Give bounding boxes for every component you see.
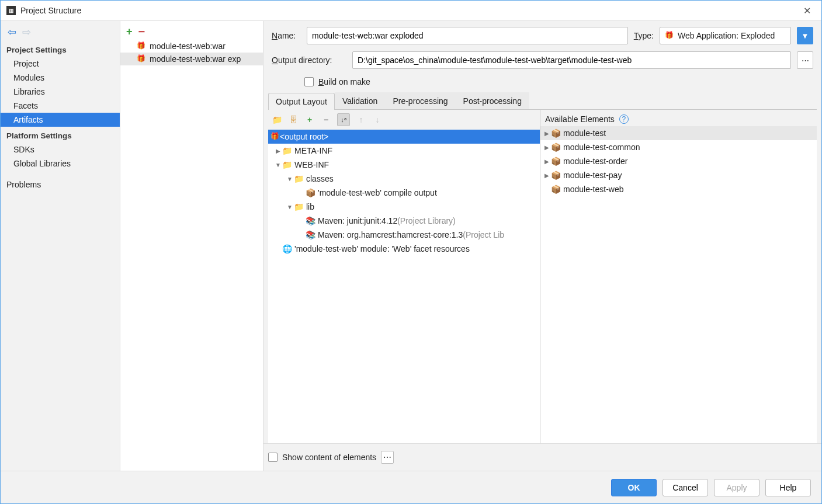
left-nav: ⇦ ⇨ Project Settings Project Modules Lib…: [1, 21, 120, 471]
available-item[interactable]: ▶ 📦 module-test-order: [540, 154, 817, 168]
name-row: Name: Type: Web Application: Exploded ▼: [263, 21, 821, 47]
close-icon[interactable]: ✕: [798, 5, 816, 16]
artifact-type-icon: [665, 31, 674, 40]
nav-item-artifacts[interactable]: Artifacts: [1, 113, 120, 127]
new-folder-icon[interactable]: 📁: [272, 114, 282, 125]
type-select[interactable]: Web Application: Exploded: [660, 27, 791, 44]
tree-row-library[interactable]: 📚 Maven: junit:junit:4.12 (Project Libra…: [268, 214, 540, 228]
nav-item-libraries[interactable]: Libraries: [1, 85, 120, 99]
tree-label-suffix: (Project Lib: [463, 230, 504, 239]
folder-icon: 📁: [282, 146, 292, 155]
available-elements-header: Available Elements ?: [540, 110, 817, 126]
type-dropdown-icon[interactable]: ▼: [797, 27, 813, 44]
artifact-icon: [137, 41, 146, 51]
artifact-icon: [270, 132, 280, 141]
folder-icon: 📁: [294, 202, 304, 211]
expand-icon[interactable]: ▶: [274, 148, 282, 154]
expand-icon[interactable]: ▶: [543, 158, 551, 165]
available-item-label: module-test-web: [563, 185, 624, 194]
collapse-icon[interactable]: ▼: [286, 176, 294, 182]
tree-row-compile-output[interactable]: 📦 'module-test-web' compile output: [268, 186, 540, 200]
titlebar: ⊞ Project Structure ✕: [1, 1, 821, 21]
remove-icon[interactable]: −: [321, 114, 331, 125]
collapse-icon[interactable]: ▼: [274, 162, 282, 168]
build-on-make-label: Build on make: [318, 77, 370, 86]
cancel-button[interactable]: Cancel: [663, 479, 708, 496]
module-icon: 📦: [551, 157, 561, 166]
tree-row-web-inf[interactable]: ▼ 📁 WEB-INF: [268, 158, 540, 172]
available-item[interactable]: ▶ 📦 module-test-common: [540, 140, 817, 154]
output-dir-input[interactable]: [352, 51, 791, 69]
move-up-icon[interactable]: ↑: [356, 114, 366, 125]
tree-row-library[interactable]: 📚 Maven: org.hamcrest:hamcrest-core:1.3 …: [268, 228, 540, 242]
sort-icon[interactable]: ↓ᵃ: [337, 113, 350, 126]
show-content-checkbox[interactable]: [268, 453, 278, 462]
available-item[interactable]: ▶ 📦 module-test-pay: [540, 168, 817, 182]
artifact-label: module-test-web:war exp: [150, 54, 241, 64]
help-button[interactable]: Help: [765, 479, 811, 496]
nav-item-project[interactable]: Project: [1, 57, 120, 71]
available-elements-panel: Available Elements ? ▶ 📦 module-test ▶ 📦…: [540, 110, 817, 443]
apply-button[interactable]: Apply: [714, 479, 759, 496]
app-icon: ⊞: [6, 6, 16, 15]
expand-icon[interactable]: ▶: [543, 144, 551, 151]
tree-label: Maven: junit:junit:4.12: [318, 216, 397, 225]
collapse-icon[interactable]: ▼: [286, 204, 294, 210]
tree-row-lib[interactable]: ▼ 📁 lib: [268, 200, 540, 214]
nav-item-sdks[interactable]: SDKs: [1, 142, 120, 157]
tab-output-layout[interactable]: Output Layout: [268, 93, 335, 110]
available-item[interactable]: ▶ 📦 module-test-web: [540, 182, 817, 196]
nav-item-global-libraries[interactable]: Global Libraries: [1, 157, 120, 171]
tab-validation[interactable]: Validation: [335, 92, 385, 109]
artifact-list-item[interactable]: module-test-web:war exp: [120, 53, 263, 65]
library-icon: 📚: [306, 230, 315, 239]
output-tree-panel: 📁 🗄 + − ↓ᵃ ↑ ↓ <output root> ▶: [268, 110, 540, 443]
help-icon[interactable]: ?: [619, 114, 629, 124]
build-on-make-checkbox[interactable]: [304, 77, 314, 86]
tree-row-meta-inf[interactable]: ▶ 📁 META-INF: [268, 144, 540, 158]
tree-label: Maven: org.hamcrest:hamcrest-core:1.3: [318, 230, 463, 239]
tree-row-classes[interactable]: ▼ 📁 classes: [268, 172, 540, 186]
tree-label: 'module-test-web' module: 'Web' facet re…: [294, 244, 470, 253]
show-content-label: Show content of elements: [282, 453, 376, 462]
move-down-icon[interactable]: ↓: [372, 114, 383, 125]
add-copy-icon[interactable]: +: [304, 114, 315, 125]
output-layout-area: 📁 🗄 + − ↓ᵃ ↑ ↓ <output root> ▶: [263, 110, 821, 443]
back-icon[interactable]: ⇦: [8, 27, 16, 37]
name-input[interactable]: [307, 27, 628, 44]
module-icon: 📦: [551, 171, 561, 180]
available-elements-tree[interactable]: ▶ 📦 module-test ▶ 📦 module-test-common ▶…: [540, 126, 817, 443]
new-archive-icon[interactable]: 🗄: [288, 114, 299, 125]
nav-item-modules[interactable]: Modules: [1, 71, 120, 85]
show-content-row: Show content of elements ⋯: [263, 443, 821, 471]
artifacts-list-panel: + − module-test-web:war module-test-web:…: [120, 21, 263, 471]
main-body: ⇦ ⇨ Project Settings Project Modules Lib…: [1, 21, 821, 471]
artifact-list-item[interactable]: module-test-web:war: [120, 40, 263, 53]
nav-item-problems[interactable]: Problems: [1, 178, 120, 192]
available-item[interactable]: ▶ 📦 module-test: [540, 126, 817, 140]
show-content-options-button[interactable]: ⋯: [381, 451, 394, 464]
nav-item-facets[interactable]: Facets: [1, 99, 120, 113]
tree-row-facet-resources[interactable]: 🌐 'module-test-web' module: 'Web' facet …: [268, 242, 540, 256]
add-artifact-icon[interactable]: +: [126, 26, 133, 37]
available-item-label: module-test-pay: [563, 171, 622, 180]
browse-output-dir-button[interactable]: ⋯: [797, 51, 813, 69]
expand-icon[interactable]: ▶: [543, 130, 551, 137]
tree-row-output-root[interactable]: <output root>: [268, 130, 540, 144]
artifact-tabs: Output Layout Validation Pre-processing …: [268, 92, 817, 110]
library-icon: 📚: [306, 216, 315, 225]
expand-icon[interactable]: ▶: [543, 172, 551, 179]
tab-post-processing[interactable]: Post-processing: [456, 92, 529, 109]
output-tree[interactable]: <output root> ▶ 📁 META-INF ▼ 📁 WEB-INF: [268, 130, 540, 443]
tree-label-suffix: (Project Library): [397, 216, 456, 225]
ok-button[interactable]: OK: [611, 479, 657, 496]
nav-history: ⇦ ⇨: [1, 21, 120, 41]
remove-artifact-icon[interactable]: −: [138, 26, 145, 37]
available-item-label: module-test: [563, 128, 606, 138]
module-icon: 📦: [551, 128, 561, 138]
tree-label: lib: [306, 202, 314, 211]
output-dir-label: Output directory:: [272, 55, 346, 65]
tab-pre-processing[interactable]: Pre-processing: [385, 92, 455, 109]
forward-icon[interactable]: ⇨: [22, 27, 31, 37]
window-title: Project Structure: [20, 6, 798, 15]
